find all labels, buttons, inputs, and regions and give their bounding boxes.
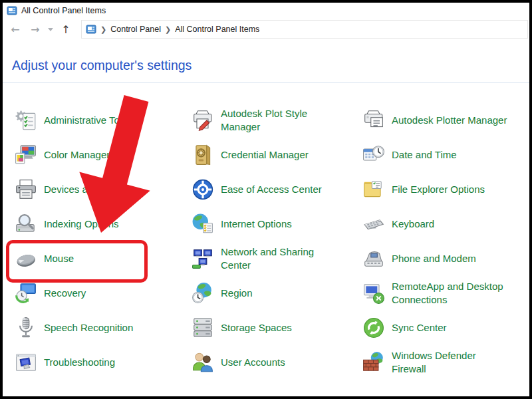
item-label[interactable]: Internet Options bbox=[221, 217, 292, 231]
credential-manager-icon bbox=[192, 144, 214, 166]
back-button[interactable]: ← bbox=[5, 23, 25, 36]
item-label[interactable]: RemoteApp and Desktop Connections bbox=[392, 280, 503, 307]
indexing-options-icon bbox=[15, 213, 37, 235]
region-icon bbox=[192, 282, 214, 305]
control-panel-icon-small bbox=[86, 24, 96, 35]
up-arrow-icon: ↑ bbox=[61, 23, 70, 36]
item-label[interactable]: Administrative Tools bbox=[44, 114, 132, 127]
item-label[interactable]: Storage Spaces bbox=[221, 321, 292, 334]
control-panel-window: All Control Panel Items ← → ↑ ❯ Control … bbox=[0, 0, 532, 399]
mouse-icon bbox=[15, 247, 37, 270]
item-sync-center[interactable]: Sync Center bbox=[362, 311, 529, 345]
item-mouse[interactable]: Mouse bbox=[15, 241, 192, 276]
item-label[interactable]: Speech Recognition bbox=[44, 321, 133, 334]
item-label[interactable]: Network and Sharing Center bbox=[221, 245, 314, 272]
item-label[interactable]: Mouse bbox=[44, 252, 74, 265]
left-arrow-icon: ← bbox=[11, 23, 19, 36]
item-ease-of-access[interactable]: Ease of Access Center bbox=[192, 172, 362, 207]
item-date-and-time[interactable]: Date and Time bbox=[362, 138, 529, 172]
item-plot-style-manager[interactable]: Autodesk Plot Style Manager bbox=[192, 103, 362, 138]
item-remoteapp-connections[interactable]: RemoteApp and Desktop Connections bbox=[362, 276, 529, 311]
item-label[interactable]: Troubleshooting bbox=[44, 356, 115, 369]
user-accounts-icon bbox=[192, 351, 214, 374]
breadcrumb-all-control-panel-items[interactable]: All Control Panel Items bbox=[175, 25, 259, 34]
devices-and-printers-icon bbox=[15, 178, 37, 201]
item-speech-recognition[interactable]: Speech Recognition bbox=[15, 311, 192, 345]
storage-spaces-icon bbox=[192, 317, 214, 339]
item-file-explorer-options[interactable]: File Explorer Options bbox=[362, 172, 529, 207]
item-label[interactable]: Color Management bbox=[44, 148, 129, 162]
item-network-sharing-center[interactable]: Network and Sharing Center bbox=[192, 241, 362, 276]
up-button[interactable]: ↑ bbox=[56, 23, 76, 36]
item-label[interactable]: Autodesk Plot Style Manager bbox=[221, 107, 307, 134]
heading-row: Adjust your computer's settings bbox=[3, 40, 529, 72]
item-devices-and-printers[interactable]: Devices and Printers bbox=[15, 172, 192, 207]
item-internet-options[interactable]: Internet Options bbox=[192, 207, 362, 241]
item-label[interactable]: User Accounts bbox=[221, 356, 285, 369]
file-explorer-options-icon bbox=[362, 178, 385, 201]
item-label[interactable]: Autodesk Plotter Manager bbox=[392, 114, 507, 127]
internet-options-icon bbox=[192, 213, 214, 235]
chevron-right-icon: ❯ bbox=[165, 25, 171, 34]
forward-button[interactable]: → bbox=[25, 23, 45, 36]
sync-center-icon bbox=[362, 317, 385, 339]
plot-style-manager-icon bbox=[192, 109, 214, 132]
network-sharing-center-icon bbox=[192, 247, 214, 270]
recent-locations-dropdown[interactable] bbox=[45, 28, 56, 31]
item-label[interactable]: Devices and Printers bbox=[44, 183, 136, 196]
item-label[interactable]: File Explorer Options bbox=[392, 183, 485, 196]
troubleshooting-icon bbox=[15, 351, 37, 374]
item-label[interactable]: Credential Manager bbox=[221, 148, 309, 162]
phone-and-modem-icon bbox=[362, 247, 385, 270]
item-credential-manager[interactable]: Credential Manager bbox=[192, 138, 362, 172]
item-storage-spaces[interactable]: Storage Spaces bbox=[192, 311, 362, 345]
keyboard-icon bbox=[362, 213, 385, 235]
color-management-icon bbox=[15, 144, 37, 166]
item-phone-and-modem[interactable]: Phone and Modem bbox=[362, 241, 529, 276]
item-label[interactable]: Indexing Options bbox=[44, 217, 119, 231]
item-troubleshooting[interactable]: Troubleshooting bbox=[15, 345, 192, 380]
administrative-tools-icon bbox=[15, 109, 37, 132]
title-bar: All Control Panel Items bbox=[3, 3, 529, 19]
page-title: Adjust your computer's settings bbox=[3, 40, 529, 72]
item-label[interactable]: Region bbox=[221, 287, 253, 300]
item-label[interactable]: Recovery bbox=[44, 287, 86, 300]
breadcrumb-control-panel[interactable]: Control Panel bbox=[110, 25, 161, 34]
chevron-right-icon: ❯ bbox=[100, 25, 106, 34]
windows-defender-firewall-icon bbox=[362, 351, 385, 374]
window-title: All Control Panel Items bbox=[21, 6, 106, 15]
item-user-accounts[interactable]: User Accounts bbox=[192, 345, 362, 380]
item-administrative-tools[interactable]: Administrative Tools bbox=[15, 103, 192, 138]
item-label[interactable]: Keyboard bbox=[392, 217, 434, 231]
item-label[interactable]: Sync Center bbox=[392, 321, 447, 334]
item-region[interactable]: Region bbox=[192, 276, 362, 311]
item-label[interactable]: Phone and Modem bbox=[392, 252, 476, 265]
item-indexing-options[interactable]: Indexing Options bbox=[15, 207, 192, 241]
item-plotter-manager[interactable]: Autodesk Plotter Manager bbox=[362, 103, 529, 138]
right-arrow-icon: → bbox=[31, 23, 39, 36]
item-keyboard[interactable]: Keyboard bbox=[362, 207, 529, 241]
ease-of-access-icon bbox=[192, 178, 214, 201]
control-panel-icon bbox=[7, 5, 17, 16]
item-label[interactable]: Ease of Access Center bbox=[221, 183, 322, 196]
item-label[interactable]: Date and Time bbox=[392, 148, 457, 162]
navigation-toolbar: ← → ↑ ❯ Control Panel ❯ All Control Pane… bbox=[3, 19, 529, 40]
control-panel-items-grid: Administrative ToolsAutodesk Plot Style … bbox=[15, 103, 529, 380]
item-label[interactable]: Windows Defender Firewall bbox=[392, 349, 476, 376]
item-color-management[interactable]: Color Management bbox=[15, 138, 192, 172]
date-and-time-icon bbox=[362, 144, 385, 166]
chevron-down-icon bbox=[48, 28, 53, 31]
separator-line bbox=[3, 82, 529, 83]
address-bar[interactable]: ❯ Control Panel ❯ All Control Panel Item… bbox=[81, 20, 528, 39]
recovery-icon bbox=[15, 282, 37, 305]
speech-recognition-icon bbox=[15, 317, 37, 339]
item-recovery[interactable]: Recovery bbox=[15, 276, 192, 311]
item-windows-defender-firewall[interactable]: Windows Defender Firewall bbox=[362, 345, 529, 380]
plotter-manager-icon bbox=[362, 109, 385, 132]
remoteapp-connections-icon bbox=[362, 282, 385, 305]
